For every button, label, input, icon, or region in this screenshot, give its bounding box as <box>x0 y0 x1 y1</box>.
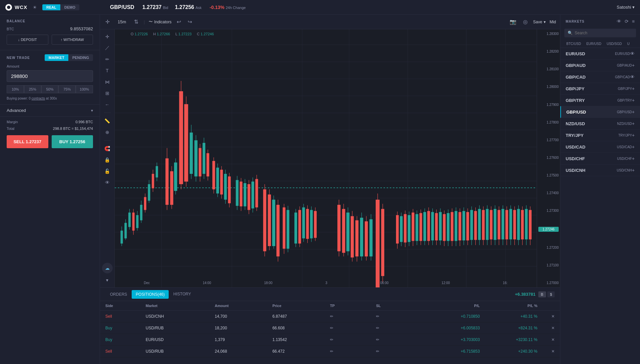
eye-icon[interactable]: 👁 <box>617 19 621 24</box>
market-item-eurusd[interactable]: EUR/USD EUR/USD 👁 <box>560 48 640 60</box>
chart-toolbar: ✛ 15m ⇅ | 〜 Indicators ↩ ↪ 📷 ◎ Save ▾ Mi… <box>100 15 560 29</box>
b-s-buttons: B $ <box>538 291 555 297</box>
zoom-tool[interactable]: ⊕ <box>103 128 112 137</box>
mid-button[interactable]: Mid <box>550 20 556 24</box>
save-button[interactable]: Save ▾ <box>533 20 545 24</box>
position-pl: +6.005833 <box>422 326 480 330</box>
market-item-usdcad[interactable]: USD/CAD USD/CAD + <box>560 141 640 153</box>
col-header-amount: Amount <box>215 304 272 308</box>
redo-icon[interactable]: ↪ <box>186 17 193 26</box>
add-icon[interactable]: + <box>632 133 635 138</box>
cursor-tool[interactable]: ✛ <box>103 32 112 41</box>
market-item-gbpusd[interactable]: GBP/USD GBP/USD + <box>560 106 640 118</box>
ruler-tool[interactable]: 📏 <box>103 116 112 126</box>
b-button[interactable]: B <box>538 291 546 297</box>
main-layout: BALANCE BTC 9.85537082 ↓ DEPOSIT ↑ WITHD… <box>0 15 640 364</box>
chevron-down-chart[interactable]: ▾ <box>103 275 112 285</box>
table-header: Side Market Amount Price TP SL P/L P/L % <box>100 301 560 311</box>
withdraw-button[interactable]: ↑ WITHDRAW <box>52 35 93 45</box>
add-icon[interactable]: + <box>632 86 635 91</box>
pencil-tool[interactable]: ✏ <box>103 55 112 64</box>
add-icon[interactable]: + <box>632 168 635 173</box>
add-icon[interactable]: + <box>632 63 635 68</box>
new-trade-header: NEW TRADE MARKET PENDING <box>0 50 100 64</box>
compare-icon[interactable]: ⇅ <box>133 17 140 26</box>
timeframe-button[interactable]: 15m <box>115 18 129 26</box>
eye-tool[interactable]: 👁 <box>103 178 112 187</box>
pct-10-button[interactable]: 10% <box>7 85 24 93</box>
position-close[interactable]: ✕ <box>537 337 555 342</box>
position-market: USD/CNH <box>146 314 215 319</box>
text-tool[interactable]: T <box>103 66 112 75</box>
market-button[interactable]: MARKET <box>45 54 68 61</box>
pct-25-button[interactable]: 25% <box>24 85 41 93</box>
quick-tab-eurusd[interactable]: EUR/USD <box>584 41 603 46</box>
real-mode-button[interactable]: REAL <box>42 4 60 10</box>
change-value: -0.13%24h Change <box>210 5 246 10</box>
refresh-icon[interactable]: ⟳ <box>625 19 629 24</box>
user-menu[interactable]: Satoshi ▾ <box>617 5 635 10</box>
measure-tool[interactable]: ⊞ <box>103 89 112 98</box>
search-input[interactable] <box>575 31 633 35</box>
magnet-tool[interactable]: 🧲 <box>103 144 112 153</box>
visibility-icon[interactable]: 👁 <box>630 74 635 80</box>
bottom-tabs: ORDERS POSITIONS(46) HISTORY +6.383781 B… <box>100 288 560 301</box>
crosshair-icon[interactable]: ✛ <box>104 17 111 26</box>
position-close[interactable]: ✕ <box>537 326 555 330</box>
position-side: Buy <box>105 326 146 330</box>
tab-history[interactable]: HISTORY <box>169 288 196 300</box>
chart-main[interactable]: O 1.27226 H 1.27266 L 1.27223 C 1.27246 <box>115 29 537 287</box>
arrow-tool[interactable]: ← <box>103 100 112 109</box>
market-item-gbpcad[interactable]: GBP/CAD GBP/CAD 👁 <box>560 71 640 83</box>
market-item-tryjpy[interactable]: TRY/JPY TRY/JPY + <box>560 130 640 141</box>
lock-tool[interactable]: 🔒 <box>103 155 112 165</box>
add-icon[interactable]: + <box>632 109 635 115</box>
sell-button[interactable]: SELL 1.27237 <box>7 135 48 148</box>
position-amount: 14,700 <box>215 314 272 319</box>
market-item-usdchf[interactable]: USD/CHF USD/CHF + <box>560 153 640 165</box>
quick-tab-usdsgd[interactable]: USD/SGD <box>605 41 624 46</box>
table-row: Buy USD/RUB 18,200 66.608 ✏ ✏ +6.005833 … <box>100 322 560 334</box>
market-item-gbpjpy[interactable]: GBP/JPY GBP/JPY + <box>560 83 640 95</box>
amount-input[interactable]: 298800 <box>7 70 93 82</box>
cloud-tool[interactable]: ☁ <box>102 263 113 273</box>
indicators-button[interactable]: 〜 Indicators <box>149 19 171 25</box>
fib-tool[interactable]: ⋈ <box>103 77 112 87</box>
tab-orders[interactable]: ORDERS <box>105 289 132 300</box>
market-item-gbptry[interactable]: GBP/TRY GBP/TRY + <box>560 95 640 106</box>
tab-positions[interactable]: POSITIONS(46) <box>132 290 169 299</box>
visibility-icon[interactable]: 👁 <box>630 51 635 56</box>
left-panel: BALANCE BTC 9.85537082 ↓ DEPOSIT ↑ WITHD… <box>0 15 100 364</box>
add-icon[interactable]: + <box>632 156 635 161</box>
s-button[interactable]: $ <box>547 291 555 297</box>
pending-button[interactable]: PENDING <box>68 54 93 61</box>
add-icon[interactable]: + <box>632 121 635 126</box>
undo-icon[interactable]: ↩ <box>175 17 182 26</box>
add-icon[interactable]: + <box>632 98 635 103</box>
markets-icons: 👁 ⟳ ≡ <box>617 19 635 24</box>
lock-open-tool[interactable]: 🔓 <box>103 167 112 176</box>
advanced-row[interactable]: Advanced ▾ <box>0 104 100 117</box>
markets-search: 🔍 <box>560 27 640 40</box>
pct-50-button[interactable]: 50% <box>41 85 59 93</box>
position-pl: +0.710850 <box>422 314 480 319</box>
deposit-button[interactable]: ↓ DEPOSIT <box>7 35 48 45</box>
market-item-nzdusd[interactable]: NZD/USD NZD/USD + <box>560 118 640 130</box>
buy-button[interactable]: BUY 1.27256 <box>52 135 93 148</box>
quick-tab-btcusd[interactable]: BTC/USD <box>564 41 583 46</box>
quick-tab-u[interactable]: U <box>625 41 631 46</box>
new-trade-label: NEW TRADE <box>7 56 30 60</box>
target-icon[interactable]: ◎ <box>522 17 529 26</box>
add-icon[interactable]: + <box>632 144 635 150</box>
position-close[interactable]: ✕ <box>537 314 555 319</box>
market-item-gbpaud[interactable]: GBP/AUD GBP/AUD + <box>560 60 640 71</box>
position-close[interactable]: ✕ <box>537 349 555 354</box>
demo-mode-button[interactable]: DEMO <box>60 4 79 10</box>
pct-75-button[interactable]: 75% <box>58 85 76 93</box>
trend-tool[interactable]: ／ <box>103 43 112 53</box>
market-item-usdcnh[interactable]: USD/CNH USD/CNH + <box>560 165 640 176</box>
pct-100-button[interactable]: 100% <box>76 85 93 93</box>
list-icon[interactable]: ≡ <box>632 19 635 24</box>
camera-icon[interactable]: 📷 <box>508 17 518 26</box>
theme-icon[interactable]: ☀ <box>33 5 37 10</box>
